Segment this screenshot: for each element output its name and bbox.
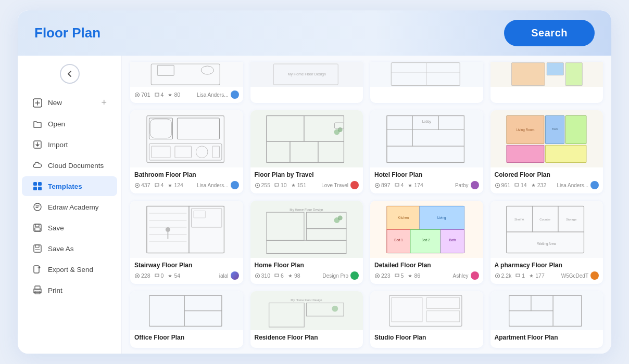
svg-rect-35 [196, 146, 208, 158]
svg-rect-55 [412, 129, 464, 146]
card-meta-hotel: 897 4 174 [374, 181, 479, 189]
save-icon [32, 223, 43, 233]
svg-rect-121 [269, 303, 305, 327]
template-card-bot2[interactable]: My Home Floor Design Residence Floor Pla… [250, 291, 363, 348]
svg-rect-33 [152, 146, 170, 158]
templates-icon [32, 181, 43, 191]
search-button[interactable]: Search [504, 20, 595, 46]
svg-point-77 [166, 227, 170, 232]
app-container: Floor Plan Search New + [18, 10, 611, 354]
page-title: Floor Plan [34, 25, 100, 41]
back-button[interactable] [60, 64, 80, 84]
svg-text:Living Room: Living Room [517, 128, 535, 132]
top-bar: Floor Plan Search [18, 10, 611, 56]
card-meta-bathroom: 437 4 124 [134, 181, 239, 189]
svg-text:Bed 2: Bed 2 [421, 238, 430, 242]
svg-point-17 [201, 66, 213, 74]
svg-rect-34 [175, 146, 192, 158]
svg-point-68 [497, 185, 498, 186]
svg-rect-22 [391, 63, 460, 86]
sidebar-item-saveas[interactable]: Save As [22, 239, 117, 258]
card-title-bot4: Apartment Floor Plan [495, 334, 599, 341]
sidebar-label-open: Open [48, 120, 65, 128]
templates-area[interactable]: 701 4 80 [122, 56, 611, 354]
template-card-partial-4[interactable] [490, 62, 603, 103]
template-card-pharmacy[interactable]: Shelf A Counter Storage Waiting Area A p… [490, 201, 603, 284]
svg-point-91 [257, 275, 258, 277]
sidebar-item-save[interactable]: Save [22, 218, 117, 238]
svg-rect-39 [267, 115, 344, 162]
svg-rect-84 [267, 212, 304, 240]
svg-rect-63 [507, 145, 544, 162]
svg-rect-125 [392, 297, 422, 321]
svg-rect-131 [553, 295, 582, 326]
sidebar-label-templates: Templates [48, 183, 82, 190]
sidebar-item-edraw[interactable]: Edraw Academy [22, 197, 117, 217]
main-content: New + Open Import [18, 56, 611, 354]
sidebar-label-saveas: Save As [48, 245, 74, 253]
card-title-bot1: Office Floor Plan [134, 334, 239, 341]
svg-text:Bath: Bath [449, 238, 456, 242]
cloud-icon [32, 160, 43, 171]
open-icon [32, 119, 43, 129]
print-icon [32, 285, 43, 295]
template-card-partial-2[interactable]: My Home Floor Design [250, 62, 363, 103]
svg-rect-54 [387, 129, 413, 146]
svg-rect-130 [531, 295, 553, 311]
svg-rect-3 [38, 182, 42, 186]
templates-grid: Bathroom Floor Plan 437 4 [130, 110, 603, 348]
svg-text:Lobby: Lobby [422, 120, 432, 124]
template-card-partial-1[interactable]: 701 4 80 [130, 62, 243, 103]
card-title-bot3: Studio Floor Plan [374, 334, 479, 341]
sidebar-label-print: Print [48, 287, 62, 294]
svg-rect-85 [307, 212, 347, 229]
card-title-travel: Floor Plan by Travel [255, 171, 359, 178]
card-title-bot2: Residence Floor Plan [255, 334, 359, 341]
template-card-stairway[interactable]: Stairway Floor Plan 228 0 [130, 201, 243, 284]
template-card-bot3[interactable]: Studio Floor Plan [370, 291, 483, 348]
svg-point-104 [376, 275, 378, 277]
template-card-colored[interactable]: Living Room Bath Colored Floor Plan 961 [490, 110, 603, 193]
template-card-bathroom[interactable]: Bathroom Floor Plan 437 4 [130, 110, 243, 193]
sidebar-item-export[interactable]: Export & Send [22, 259, 117, 279]
template-card-home[interactable]: My Home Floor Design Home Floor Plan [250, 201, 363, 284]
template-card-travel[interactable]: Floor Plan by Travel 255 10 [250, 110, 363, 193]
svg-rect-30 [150, 119, 171, 138]
svg-rect-26 [547, 63, 563, 75]
svg-rect-9 [35, 228, 40, 231]
template-card-hotel[interactable]: Lobby Hotel Floor Plan 897 [370, 110, 483, 193]
svg-text:Waiting Area: Waiting Area [537, 242, 556, 246]
sidebar-item-templates[interactable]: Templates [22, 176, 117, 196]
sidebar-item-import[interactable]: Import [22, 135, 117, 154]
sidebar-item-open[interactable]: Open [22, 114, 117, 134]
sidebar-label-export: Export & Send [48, 266, 93, 274]
svg-rect-5 [38, 187, 42, 190]
svg-rect-4 [33, 187, 37, 190]
svg-text:My Home Floor Design: My Home Floor Design [287, 72, 326, 76]
svg-rect-2 [33, 182, 37, 186]
card-meta-stairway: 228 0 54 [134, 271, 239, 280]
card-title-detailed: Detailed Floor Plan [374, 262, 479, 269]
template-card-bot1[interactable]: Office Floor Plan [130, 291, 243, 348]
svg-point-115 [497, 275, 498, 277]
svg-text:My Home Floor Design: My Home Floor Design [290, 207, 324, 212]
template-card-partial-3[interactable] [370, 62, 483, 103]
card-meta-pharmacy: 2.2k 1 177 [495, 271, 599, 280]
views-stat: 701 [134, 92, 150, 98]
svg-rect-13 [35, 286, 40, 289]
svg-rect-122 [307, 303, 344, 316]
template-card-detailed[interactable]: Kitchen Living Bed 1 Bed 2 Bath Detailed… [370, 201, 483, 284]
sidebar-item-cloud[interactable]: Cloud Documents [22, 155, 117, 175]
sidebar-item-print[interactable]: Print [22, 280, 117, 300]
svg-text:Bath: Bath [552, 127, 558, 130]
saveas-icon [32, 243, 43, 254]
card-meta-home: 310 6 98 [255, 271, 359, 280]
svg-rect-27 [565, 63, 582, 86]
svg-rect-64 [546, 145, 586, 162]
svg-rect-44 [318, 141, 344, 163]
card-title-stairway: Stairway Floor Plan [134, 262, 239, 269]
svg-rect-12 [34, 266, 39, 273]
svg-point-82 [136, 275, 138, 277]
template-card-bot4[interactable]: Apartment Floor Plan [490, 291, 603, 348]
sidebar-item-new[interactable]: New + [22, 93, 117, 113]
